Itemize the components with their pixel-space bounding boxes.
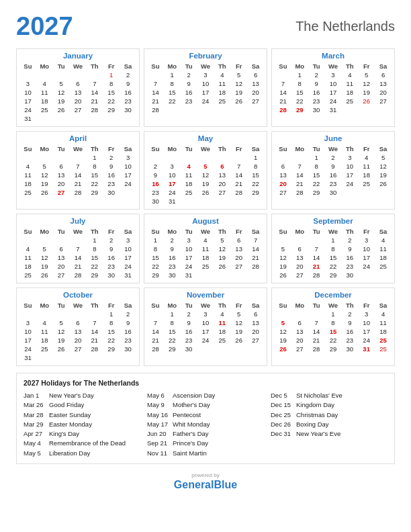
calendar-day: 20 — [230, 253, 247, 262]
calendar-day: 31 — [164, 197, 181, 206]
holiday-name: King's Day — [49, 429, 79, 439]
day-header: Mo — [36, 144, 53, 153]
calendar-day: 10 — [197, 318, 214, 327]
calendar-day: 7 — [308, 318, 325, 327]
calendar-day — [53, 114, 70, 123]
calendar-day: 5 — [230, 71, 247, 79]
calendar-day: 21 — [70, 179, 87, 188]
calendar-day — [375, 105, 392, 114]
calendar-day: 22 — [325, 262, 342, 271]
holiday-name: Boxing Day — [296, 420, 329, 429]
calendar-day: 3 — [120, 236, 136, 245]
calendar-day: 17 — [325, 88, 342, 97]
calendar-day: 2 — [103, 153, 120, 162]
holiday-item: Jan 1New Year's Day — [24, 391, 140, 400]
calendar-day: 9 — [341, 318, 358, 327]
day-header: Fr — [103, 301, 120, 310]
brand-blue: Blue — [214, 479, 237, 490]
calendar-day: 13 — [291, 253, 308, 262]
calendar-day: 5 — [197, 162, 214, 171]
calendar-day: 25 — [181, 188, 197, 197]
holiday-date: Dec 15 — [271, 400, 292, 410]
calendar-day — [358, 188, 375, 197]
calendar-day: 7 — [147, 79, 164, 88]
calendar-day — [275, 236, 291, 245]
calendar-day: 21 — [86, 336, 103, 345]
calendar-day: 7 — [291, 162, 308, 171]
calendar-day: 20 — [291, 336, 308, 345]
calendar-day: 16 — [103, 253, 120, 262]
calendar-day: 24 — [19, 345, 36, 353]
calendar-day: 14 — [86, 88, 103, 97]
calendar-day — [214, 197, 230, 206]
calendar-day: 29 — [86, 188, 103, 197]
day-header: Sa — [120, 62, 136, 71]
calendar-day: 9 — [341, 245, 358, 253]
calendar-day — [214, 271, 230, 279]
month-table: SuMoTuWeThFrSa12345678910111213141516171… — [147, 62, 264, 114]
calendar-day: 11 — [358, 162, 375, 171]
calendar-day: 20 — [247, 88, 264, 97]
calendar-day: 26 — [358, 97, 375, 105]
calendar-day: 18 — [181, 179, 197, 188]
calendar-day: 23 — [308, 97, 325, 105]
calendar-day: 12 — [197, 171, 214, 179]
month-block-april: AprilSuMoTuWeThFrSa123456789101112131415… — [16, 131, 140, 210]
month-block-january: JanuarySuMoTuWeThFrSa1234567891011121314… — [16, 48, 140, 127]
calendar-day — [147, 310, 164, 318]
calendar-day: 7 — [86, 318, 103, 327]
calendar-day: 13 — [70, 327, 87, 336]
calendar-day — [214, 345, 230, 353]
calendar-day — [19, 71, 36, 79]
calendar-day: 10 — [19, 327, 36, 336]
calendar-day: 12 — [53, 88, 70, 97]
calendar-day: 22 — [164, 97, 181, 105]
holiday-name: New Year's Day — [49, 391, 94, 400]
calendar-day: 23 — [181, 97, 197, 105]
calendar-day: 30 — [181, 345, 197, 353]
holiday-item: Nov 11Saint Martin — [147, 449, 264, 458]
calendar-day: 3 — [19, 79, 36, 88]
calendar-day — [70, 310, 87, 318]
calendar-day: 31 — [19, 114, 36, 123]
holiday-item: Mar 29Easter Monday — [24, 420, 140, 429]
day-header: Mo — [291, 144, 308, 153]
calendar-day: 15 — [86, 253, 103, 262]
calendar-day: 11 — [214, 318, 230, 327]
month-table: SuMoTuWeThFrSa12345678910111213141516171… — [275, 301, 392, 353]
calendar-day: 22 — [147, 262, 164, 271]
calendar-day: 25 — [214, 97, 230, 105]
calendar-day: 1 — [164, 310, 181, 318]
month-table: SuMoTuWeThFrSa12345678910111213141516171… — [19, 227, 136, 279]
holiday-date: May 17 — [147, 420, 169, 429]
calendar-day: 5 — [36, 245, 53, 253]
calendar-day: 3 — [358, 236, 375, 245]
calendar-day: 3 — [341, 153, 358, 162]
month-name: November — [147, 291, 264, 299]
calendar-day: 17 — [120, 171, 136, 179]
calendar-day: 8 — [325, 245, 342, 253]
day-header: We — [70, 62, 87, 71]
calendar-day: 2 — [103, 236, 120, 245]
month-table: SuMoTuWeThFrSa12345678910111213141516171… — [275, 227, 392, 279]
calendar-day: 15 — [164, 327, 181, 336]
day-header: Mo — [164, 227, 181, 236]
calendar-day: 25 — [19, 188, 36, 197]
calendar-day — [275, 153, 291, 162]
calendar-day: 17 — [197, 88, 214, 97]
calendar-day: 3 — [19, 318, 36, 327]
day-header: Mo — [291, 62, 308, 71]
calendar-day: 8 — [103, 79, 120, 88]
holiday-date: May 5 — [24, 449, 45, 458]
holiday-name: Whit Monday — [173, 420, 210, 429]
calendar-day: 22 — [86, 179, 103, 188]
calendar-day: 25 — [341, 97, 358, 105]
calendar-day — [247, 197, 264, 206]
calendar-day: 2 — [341, 310, 358, 318]
calendar-day: 22 — [103, 97, 120, 105]
calendar-day: 10 — [181, 245, 197, 253]
calendar-day: 9 — [120, 79, 136, 88]
calendar-day: 4 — [358, 153, 375, 162]
calendar-day: 6 — [70, 79, 87, 88]
holiday-name: Christmas Day — [296, 410, 338, 420]
